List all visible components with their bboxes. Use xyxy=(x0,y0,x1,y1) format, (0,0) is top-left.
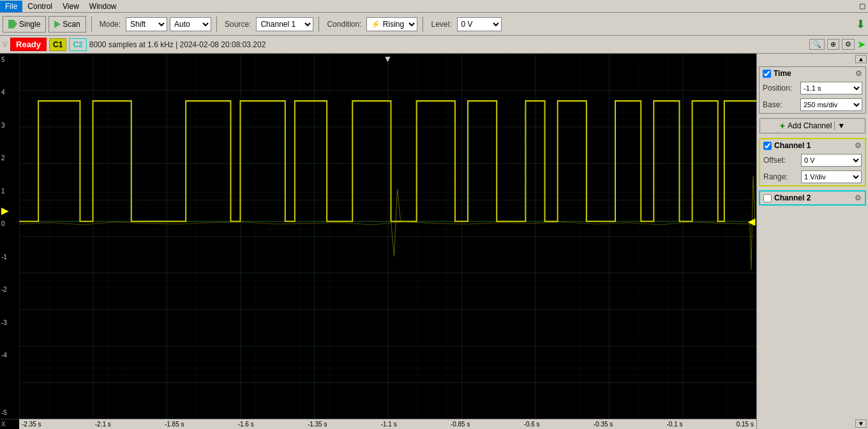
y-tick-2: 2 xyxy=(1,154,5,162)
status-bar: V Ready C1 C2 8000 samples at 1.6 kHz | … xyxy=(0,36,868,54)
x-label-prefix: X xyxy=(0,419,7,429)
sep3 xyxy=(318,17,319,32)
ready-badge: Ready xyxy=(10,38,47,51)
condition-label: Condition: xyxy=(324,20,364,29)
channel1-title: Channel 1 xyxy=(774,141,852,150)
single-icon xyxy=(8,20,17,29)
x-label-4: -1.35 s xyxy=(308,421,327,428)
y-tick-0: 0 xyxy=(1,220,5,227)
channel2-section: Channel 2 ⚙ xyxy=(759,190,866,206)
x-label-2: -1.85 s xyxy=(165,421,184,428)
base-select[interactable]: 250 ms/div 100 ms/div 500 ms/div 1 s/div xyxy=(800,98,862,111)
x-label-5: -1.1 s xyxy=(381,421,397,428)
time-checkbox[interactable] xyxy=(763,70,771,78)
ch1-offset-row: Offset: 0 V 1 V -1 V xyxy=(760,152,865,169)
y-tick-n3: -3 xyxy=(1,319,7,326)
sep4 xyxy=(423,17,423,32)
range-label: Range: xyxy=(763,172,798,181)
y-tick-4: 4 xyxy=(1,89,5,96)
x-axis-labels: -2.35 s -2.1 s -1.85 s -1.6 s -1.35 s -1… xyxy=(19,419,756,429)
sep2 xyxy=(216,17,217,32)
y-tick-3: 3 xyxy=(1,122,5,129)
offset-label: Offset: xyxy=(763,156,798,165)
mode-label: Mode: xyxy=(97,20,123,29)
ch1-range-row: Range: 1 V/div 500 mV/div 2 V/div 5 V/di… xyxy=(760,169,865,185)
add-plus-icon: + xyxy=(780,121,785,131)
channel2-checkbox[interactable] xyxy=(763,194,772,202)
single-button[interactable]: Single xyxy=(3,16,46,33)
y-tick-n5: -5 xyxy=(1,409,7,416)
sep1 xyxy=(91,17,92,32)
add-channel-label: Add Channel xyxy=(788,121,832,130)
time-position-row: Position: -1.1 s 0 s 1 s xyxy=(760,80,865,96)
main-container: ▶ 5 4 3 2 1 0 -1 -2 -3 -4 -5 ▼ ◀ xyxy=(0,54,868,429)
scope-with-yaxis: ▶ 5 4 3 2 1 0 -1 -2 -3 -4 -5 ▼ ◀ xyxy=(0,54,756,419)
x-axis-row: X -2.35 s -2.1 s -1.85 s -1.6 s -1.35 s … xyxy=(0,419,756,429)
x-label-1: -2.1 s xyxy=(95,421,111,428)
x-axis-spacer: X xyxy=(0,419,19,429)
source-label: Source: xyxy=(222,20,253,29)
y-tick-n4: -4 xyxy=(1,352,7,359)
svg-rect-6 xyxy=(19,54,756,419)
scan-button[interactable]: Scan xyxy=(49,16,86,33)
base-label: Base: xyxy=(763,100,798,109)
ch1-badge: C1 xyxy=(49,38,66,51)
add-channel-dropdown-icon[interactable]: ▼ xyxy=(834,121,845,130)
source-select[interactable]: Channel 1 Channel 2 xyxy=(256,17,313,31)
menu-view[interactable]: View xyxy=(57,1,84,12)
menu-window[interactable]: Window xyxy=(84,1,122,12)
scroll-up-icon[interactable]: ▲ xyxy=(855,55,867,63)
cursor-icon[interactable]: ⊕ xyxy=(827,39,839,50)
ch2-badge: C2 xyxy=(69,38,86,51)
settings-icon[interactable]: ⚙ xyxy=(842,39,855,50)
y-zero-marker-left: ▶ xyxy=(1,206,8,216)
condition-select[interactable]: ⚡ Rising ⚡ Falling xyxy=(366,17,417,31)
time-settings-icon[interactable]: ⚙ xyxy=(855,69,862,78)
time-base-row: Base: 250 ms/div 100 ms/div 500 ms/div 1… xyxy=(760,96,865,113)
mode-select[interactable]: Shift Roll Normal xyxy=(126,17,167,31)
position-select[interactable]: -1.1 s 0 s 1 s xyxy=(800,82,862,94)
status-info: 8000 samples at 1.6 kHz | 2024-02-08 20:… xyxy=(89,40,266,49)
toolbar: Single Scan Mode: Shift Roll Normal Auto… xyxy=(0,13,868,36)
x-label-7: -0.6 s xyxy=(524,421,540,428)
right-panel: ▲ Time ⚙ Position: -1.1 s 0 s 1 s Base: xyxy=(756,54,868,429)
scope-display: ▼ ◀ xyxy=(19,54,756,419)
scan-icon xyxy=(54,20,61,28)
scan-label: Scan xyxy=(63,20,80,29)
menu-file[interactable]: File xyxy=(0,1,22,12)
status-icons: 🔍 ⊕ ⚙ ➤ xyxy=(809,38,865,50)
menu-control[interactable]: Control xyxy=(22,1,57,12)
down-arrow-icon: ⬇ xyxy=(856,17,865,31)
channel2-title: Channel 2 xyxy=(774,193,852,202)
channel1-settings-icon[interactable]: ⚙ xyxy=(855,141,862,150)
position-label: Position: xyxy=(763,84,798,93)
zoom-icon[interactable]: 🔍 xyxy=(809,39,825,50)
single-label: Single xyxy=(19,20,40,29)
channel1-checkbox[interactable] xyxy=(763,142,772,150)
y-tick-5: 5 xyxy=(1,56,5,63)
waveform-svg xyxy=(19,54,756,419)
green-arrow-icon: ➤ xyxy=(857,38,865,50)
v-label: V xyxy=(3,40,8,49)
menubar: File Control View Window ▢ xyxy=(0,0,868,13)
level-select[interactable]: 0 V 1 V -1 V xyxy=(457,17,502,31)
y-zero-marker-right: ◀ xyxy=(748,216,755,227)
x-label-0: -2.35 s xyxy=(22,421,41,428)
x-label-8: -0.35 s xyxy=(594,421,613,428)
time-title: Time xyxy=(774,69,853,78)
offset-select[interactable]: 0 V 1 V -1 V xyxy=(801,154,862,167)
add-channel-button[interactable]: + Add Channel ▼ xyxy=(760,118,865,133)
auto-select[interactable]: Auto Normal Single xyxy=(170,17,211,31)
level-label: Level: xyxy=(428,20,454,29)
scope-wrapper: ▶ 5 4 3 2 1 0 -1 -2 -3 -4 -5 ▼ ◀ xyxy=(0,54,756,429)
x-label-6: -0.85 s xyxy=(451,421,470,428)
range-select[interactable]: 1 V/div 500 mV/div 2 V/div 5 V/div xyxy=(801,170,862,183)
x-label-9: -0.1 s xyxy=(667,421,683,428)
channel1-section: Channel 1 ⚙ Offset: 0 V 1 V -1 V Range: … xyxy=(759,138,866,186)
trigger-position-arrow: ▼ xyxy=(384,54,393,64)
y-tick-n1: -1 xyxy=(1,253,7,260)
scroll-down-icon[interactable]: ▼ xyxy=(855,419,867,428)
channel2-settings-icon[interactable]: ⚙ xyxy=(855,193,862,202)
time-section-header: Time ⚙ xyxy=(760,67,865,80)
time-section: Time ⚙ Position: -1.1 s 0 s 1 s Base: 25… xyxy=(759,66,866,114)
